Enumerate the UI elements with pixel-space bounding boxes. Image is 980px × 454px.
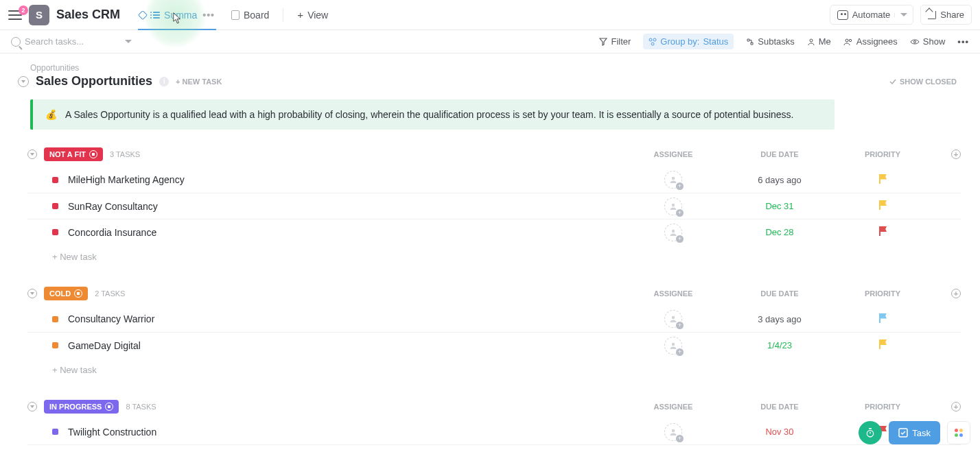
automate-button[interactable]: Automate — [830, 5, 914, 25]
status-dot[interactable] — [52, 229, 58, 235]
collapse-list-icon[interactable] — [18, 76, 29, 87]
me-button[interactable]: Me — [807, 36, 831, 47]
due-date[interactable]: Nov 30 — [745, 427, 814, 437]
new-task-button[interactable]: + NEW TASK — [176, 77, 222, 86]
share-label: Share — [940, 10, 964, 20]
column-priority[interactable]: PRIORITY — [855, 403, 910, 411]
status-dot[interactable] — [52, 429, 58, 435]
assignee-placeholder[interactable]: + — [664, 198, 682, 215]
breadcrumb[interactable]: Opportunities — [30, 63, 961, 73]
column-due-date[interactable]: DUE DATE — [745, 289, 814, 298]
groupby-button[interactable]: Group by: Status — [643, 34, 734, 49]
due-date[interactable]: Dec 31 — [745, 201, 814, 211]
cursor-icon — [173, 12, 183, 25]
priority-cell[interactable] — [855, 313, 910, 325]
priority-cell[interactable] — [855, 226, 910, 238]
status-pill[interactable]: NOT A FIT — [44, 147, 103, 161]
show-button[interactable]: Show — [910, 36, 946, 47]
status-dot[interactable] — [52, 177, 58, 183]
tab-options-icon[interactable]: ••• — [202, 10, 215, 21]
space-title: Sales CRM — [56, 8, 120, 22]
status-pill[interactable]: COLD — [44, 287, 88, 300]
automate-dropdown[interactable] — [894, 13, 913, 17]
column-due-date[interactable]: DUE DATE — [745, 150, 814, 158]
status-group: COLD 2 TASKS ASSIGNEE DUE DATE PRIORITY … — [27, 287, 961, 375]
task-name: Concordia Insurance — [68, 227, 156, 238]
menu-icon[interactable]: 2 — [8, 10, 22, 20]
tab-board[interactable]: Board — [224, 4, 276, 26]
svg-point-0 — [649, 38, 652, 41]
due-date[interactable]: 6 days ago — [745, 175, 814, 185]
flag-icon — [878, 313, 887, 323]
priority-cell[interactable] — [855, 174, 910, 186]
task-name: Twilight Construction — [68, 427, 156, 438]
add-assignee-icon: + — [676, 235, 684, 243]
add-column-button[interactable]: + — [951, 289, 961, 298]
search-input[interactable] — [25, 36, 121, 47]
status-dot[interactable] — [52, 203, 58, 209]
new-task-row[interactable]: + New task — [27, 358, 961, 375]
share-button[interactable]: Share — [920, 5, 972, 25]
task-row[interactable]: Concordia Insurance + Dec 28 — [27, 219, 961, 245]
task-name: MileHigh Marketing Agency — [68, 174, 185, 185]
due-date[interactable]: 1/4/23 — [745, 340, 814, 350]
list-toolbar: Filter Group by: Status Subtasks Me Assi… — [0, 30, 980, 53]
subtasks-icon — [746, 38, 754, 46]
add-column-button[interactable]: + — [951, 150, 961, 159]
task-row[interactable]: Twilight Construction + Nov 30 — [27, 419, 961, 445]
assignee-placeholder[interactable]: + — [664, 224, 682, 241]
column-assignee[interactable]: ASSIGNEE — [642, 403, 704, 411]
task-row[interactable]: Consultancy Warrior + 3 days ago — [27, 306, 961, 332]
priority-cell[interactable] — [855, 339, 910, 351]
svg-point-2 — [651, 43, 654, 45]
add-view-button[interactable]: + View — [290, 4, 335, 26]
create-task-button[interactable]: Task — [889, 421, 940, 444]
task-row[interactable]: GameDay Digital + 1/4/23 — [27, 332, 961, 358]
collapse-group-icon[interactable] — [27, 402, 37, 411]
notification-badge: 2 — [19, 5, 28, 15]
task-row[interactable]: SunRay Consultancy + Dec 31 — [27, 193, 961, 219]
collapse-group-icon[interactable] — [27, 289, 37, 298]
assignee-placeholder[interactable]: + — [664, 337, 682, 355]
priority-cell[interactable] — [855, 200, 910, 212]
share-icon — [928, 11, 936, 19]
task-row[interactable]: MileHigh Marketing Agency + 6 days ago — [27, 167, 961, 193]
svg-point-8 — [672, 203, 675, 206]
timer-button[interactable] — [859, 421, 882, 444]
status-dot[interactable] — [52, 316, 58, 322]
due-date[interactable]: Dec 28 — [745, 227, 814, 237]
svg-point-10 — [672, 316, 675, 319]
column-assignee[interactable]: ASSIGNEE — [642, 289, 704, 298]
add-column-button[interactable]: + — [951, 402, 961, 411]
show-closed-button[interactable]: SHOW CLOSED — [889, 77, 957, 86]
status-pill[interactable]: IN PROGRESS — [44, 400, 119, 414]
space-avatar[interactable]: S — [29, 5, 49, 25]
more-options-icon[interactable]: ••• — [957, 36, 969, 47]
column-due-date[interactable]: DUE DATE — [745, 403, 814, 411]
due-date[interactable]: 3 days ago — [745, 314, 814, 324]
search-dropdown[interactable] — [125, 40, 132, 44]
status-dot[interactable] — [52, 342, 58, 348]
apps-icon — [955, 429, 963, 437]
column-assignee[interactable]: ASSIGNEE — [642, 150, 704, 158]
assignee-placeholder[interactable]: + — [664, 310, 682, 328]
info-icon[interactable]: i — [159, 77, 169, 86]
svg-point-3 — [810, 39, 813, 42]
collapse-group-icon[interactable] — [27, 150, 37, 159]
column-priority[interactable]: PRIORITY — [855, 150, 910, 158]
apps-button[interactable] — [947, 421, 970, 444]
assignees-button[interactable]: Assignees — [843, 36, 898, 47]
view-tabs: Summa ••• Board + View — [132, 4, 335, 26]
plus-icon: + — [297, 10, 303, 20]
new-task-row[interactable]: + New task — [27, 245, 961, 262]
column-priority[interactable]: PRIORITY — [855, 289, 910, 298]
flag-icon — [878, 200, 887, 210]
subtasks-button[interactable]: Subtasks — [746, 36, 794, 47]
assignee-placeholder[interactable]: + — [664, 171, 682, 189]
flag-icon — [878, 226, 887, 236]
floating-buttons: Task — [859, 421, 970, 444]
filter-button[interactable]: Filter — [599, 36, 631, 47]
search-icon — [11, 37, 21, 47]
flag-icon — [878, 174, 887, 184]
assignee-placeholder[interactable]: + — [664, 423, 682, 441]
